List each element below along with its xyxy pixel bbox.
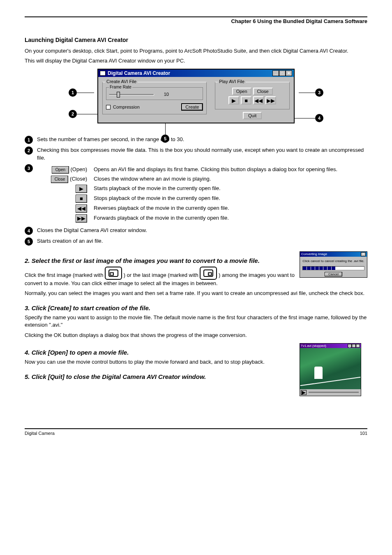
chapter-header: Chapter 6 Using the Bundled Digital Came… bbox=[25, 18, 367, 24]
leader-line bbox=[299, 93, 315, 93]
stop-icon-button[interactable]: ■ bbox=[241, 96, 251, 104]
player-close-button[interactable]: ✕ bbox=[356, 344, 360, 348]
intro-text-2: This will display the Digital Camera AVI… bbox=[25, 57, 367, 65]
legend-stop-desc: Stops playback of the movie in the curre… bbox=[94, 195, 220, 202]
open-paren: (Open) bbox=[71, 166, 87, 172]
last-frame-icon bbox=[200, 267, 217, 280]
step-3b: Clicking the OK button displays a dialog… bbox=[25, 332, 367, 339]
legend-bullet-1: 1 bbox=[25, 136, 33, 144]
compression-checkbox[interactable] bbox=[106, 105, 111, 109]
leader-line bbox=[77, 93, 94, 93]
app-icon bbox=[100, 71, 106, 76]
legend-rew-desc: Reverses playback of the movie in the cu… bbox=[94, 204, 229, 212]
progress-bar bbox=[302, 266, 364, 270]
frame-rate-group: Frame Rate 10 bbox=[106, 87, 203, 100]
forward-icon-button[interactable]: ▶▶ bbox=[265, 96, 276, 104]
footer-left: Digital Camera bbox=[25, 431, 55, 436]
frame-rate-value: 10 bbox=[164, 92, 169, 97]
first-frame-icon bbox=[105, 267, 122, 280]
step-3-heading: 3. Click [Create] to start creation of t… bbox=[25, 304, 367, 311]
close-button[interactable]: Close bbox=[253, 88, 273, 95]
step-3a: Specify the name you want to assign to t… bbox=[25, 314, 367, 329]
court-line bbox=[300, 376, 361, 386]
legend-ff-desc: Forwards playback of the movie in the cu… bbox=[94, 214, 229, 222]
legend-close-desc: Closes the window where an avi movie is … bbox=[94, 175, 211, 183]
footer-right: 101 bbox=[360, 431, 367, 436]
open-button-sample[interactable]: Open bbox=[52, 166, 69, 174]
frame-rate-legend: Frame Rate bbox=[109, 85, 132, 89]
close-button-sample[interactable]: Close bbox=[51, 176, 68, 183]
top-rule bbox=[25, 16, 367, 17]
callout-2: 2 bbox=[69, 110, 77, 118]
rewind-icon-button[interactable]: ◀◀ bbox=[253, 96, 264, 104]
legend-bullet-4: 4 bbox=[25, 227, 33, 235]
quit-button[interactable]: Quit bbox=[243, 112, 262, 119]
player-play-button[interactable]: ▶ bbox=[301, 390, 307, 395]
legend-bullet-5: 5 bbox=[25, 237, 33, 246]
open-button[interactable]: Open bbox=[232, 88, 251, 95]
player-controls: ▶ bbox=[300, 389, 361, 396]
legend-bullet-3: 3 bbox=[25, 164, 33, 172]
avi-creator-dialog: Digital Camera AVI Creator _ □ ✕ Create … bbox=[97, 69, 295, 123]
close-window-button[interactable]: ✕ bbox=[286, 70, 292, 76]
svg-rect-1 bbox=[110, 273, 113, 275]
player-min-button[interactable]: _ bbox=[348, 344, 352, 348]
legend-text-4: Closes the Digital Camera AVI creator wi… bbox=[37, 227, 367, 234]
play-icon: ▶ bbox=[76, 185, 87, 193]
section-title: Launching Digital Camera AVI Creator bbox=[25, 37, 367, 43]
callout-3: 3 bbox=[315, 88, 323, 97]
legend-play-desc: Starts playback of the movie in the curr… bbox=[94, 185, 221, 192]
play-avi-group: Play AVI File Open Close ▶ ■ ◀◀ ▶▶ bbox=[215, 82, 290, 109]
compression-label: Compression bbox=[113, 104, 140, 109]
forward-icon: ▶▶ bbox=[76, 214, 87, 223]
dialog-titlebar: Digital Camera AVI Creator _ □ ✕ bbox=[98, 70, 294, 77]
legend-open-desc: Opens an AVI file and displays its first… bbox=[94, 166, 337, 173]
legend-bullet-2: 2 bbox=[25, 146, 33, 155]
player-seek-track[interactable] bbox=[309, 392, 359, 393]
converting-cancel-button[interactable]: Cancel bbox=[325, 272, 342, 276]
legend-text-1: Sets the number of frames per second, in… bbox=[37, 136, 367, 143]
intro-text-1: On your computer's desktop, click Start,… bbox=[25, 47, 367, 55]
maximize-button[interactable]: □ bbox=[279, 70, 286, 76]
callout-1: 1 bbox=[69, 88, 77, 97]
frame-rate-slider[interactable] bbox=[109, 94, 154, 95]
player-title: Tv1.avi (stopped) bbox=[301, 344, 326, 348]
legend-text-2: Checking this box compresses movie file … bbox=[37, 146, 367, 161]
converting-dialog: Converting Image✕ Click cancel to cancel… bbox=[300, 251, 367, 278]
play-icon-button[interactable]: ▶ bbox=[228, 96, 239, 104]
rewind-icon: ◀◀ bbox=[76, 204, 87, 213]
bottom-rule bbox=[25, 428, 367, 429]
legend-text-5: Starts creation of an avi file. bbox=[37, 237, 367, 245]
slider-thumb[interactable] bbox=[117, 92, 120, 98]
converting-close-icon[interactable]: ✕ bbox=[361, 252, 366, 256]
close-paren: (Close) bbox=[70, 176, 87, 182]
converting-title: Converting Image bbox=[301, 252, 327, 256]
dialog-title: Digital Camera AVI Creator bbox=[108, 70, 170, 76]
stop-icon: ■ bbox=[76, 195, 87, 203]
converting-msg: Click cancel to cancel creating the .avi… bbox=[300, 257, 367, 265]
leader-line bbox=[165, 122, 166, 135]
callout-4: 4 bbox=[315, 114, 323, 122]
create-button[interactable]: Create bbox=[181, 103, 203, 111]
minimize-button[interactable]: _ bbox=[272, 70, 279, 76]
create-avi-group: Create AVI File Frame Rate 10 Compressio… bbox=[102, 82, 207, 114]
step-2b: Normally, you can select the images you … bbox=[25, 290, 367, 297]
svg-rect-3 bbox=[208, 273, 212, 275]
create-avi-legend: Create AVI File bbox=[105, 79, 138, 84]
player-video-area bbox=[300, 348, 361, 389]
leader-line bbox=[77, 114, 97, 114]
player-figure bbox=[314, 367, 323, 379]
player-max-button[interactable]: □ bbox=[352, 344, 356, 348]
play-avi-legend: Play AVI File bbox=[218, 79, 246, 84]
player-window: Tv1.avi (stopped) _ □ ✕ ▶ bbox=[300, 343, 361, 396]
